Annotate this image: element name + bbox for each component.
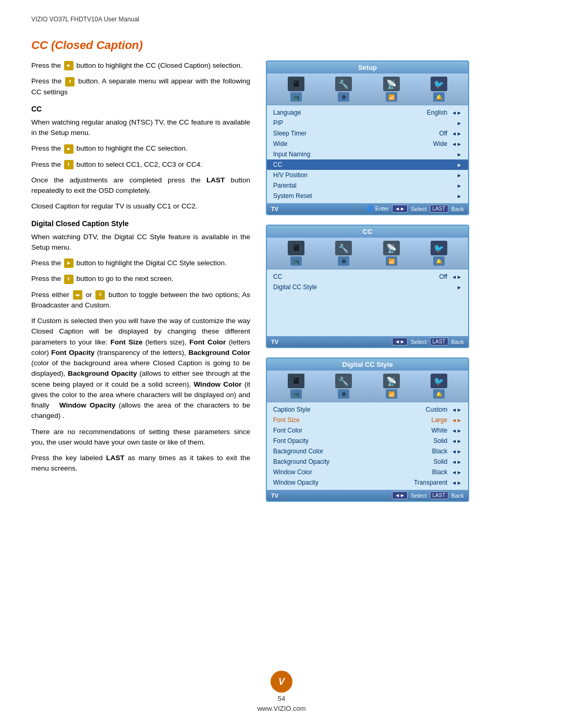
cc-item-cc: CC Off ◄► [267,272,468,282]
cc-icon-sub-3: 📶 [386,256,397,266]
setup-select-ctrl: ◄► [392,205,408,213]
cc-icon-group-3: 📡 📶 [383,241,400,266]
cc-panel-footer: TV ◄► Select LAST Back [267,336,468,347]
icon-group-1: 🖥 📺 [288,77,304,102]
icon-group-3: 📡 📶 [383,77,400,102]
setup-item-language: Language English ◄► [267,107,468,118]
digital-back-ctrl: LAST [430,491,448,499]
last-note: Press the key labeled LAST as many times… [31,453,250,474]
digital-select-ctrl: ◄► [392,491,408,499]
digital-heading: Digital Closed Caption Style [31,219,250,228]
cc-tools-icon: 🔧 [335,241,352,255]
digital-item-font-color: Font Color White ◄► [267,425,468,436]
page-number: 54 [278,695,285,702]
monitor-icon: 🖥 [288,77,304,91]
cc-icon-sub-1: 📺 [290,256,302,266]
setup-icons-row: 🖥 📺 🔧 ⚙ 📡 📶 🐦 🔔 [267,73,468,105]
digital-para-1: When watching DTV, the Digital CC Style … [31,232,250,253]
digital-para-5: If Custom is selected then you will have… [31,316,250,422]
cc-menu-items: CC Off ◄► Digital CC Style ► [267,269,468,336]
cc-panel: CC 🖥 📺 🔧 ⚙ 📡 📶 🐦 [266,225,469,348]
setup-item-wide: Wide Wide ◄► [267,139,468,149]
d-icon-group-3: 📡 📶 [383,374,400,399]
setup-item-parental: Parental ► [267,180,468,191]
cc-para-2: Press the button to highlight the CC sel… [31,143,250,154]
cc-para-5: Closed Caption for regular TV is usually… [31,201,250,212]
cc-item-digital: Digital CC Style ► [267,282,468,292]
tools-icon: 🔧 [335,77,352,91]
setup-panel-footer: TV 🌀 Enter ◄► Select LAST Back [267,203,468,214]
page-header: VIZIO VO37L FHDTV10A User Manual [31,16,532,23]
digital-para-2: Press the button to highlight the Digita… [31,258,250,268]
cc-para-3: Press the button to select CC1, CC2, CC3… [31,159,250,170]
d-icon-sub-2: ⚙ [338,389,349,399]
digital-para-3: Press the button to go to the next scree… [31,274,250,284]
intro-para-1: Press the button to highlight the CC (Cl… [31,60,250,71]
button-icon-4 [64,160,74,169]
cc-icon-group-1: 🖥 📺 [288,241,304,266]
cc-monitor-icon: 🖥 [288,241,304,255]
cc-icon-sub-4: 🔔 [433,256,445,266]
cc-heading: CC [31,105,250,113]
button-icon-5 [64,258,74,268]
setup-item-cc: CC ► [267,159,468,170]
icon-sub-1: 📺 [290,92,302,102]
button-icon-1 [64,61,74,70]
button-icon-8 [95,290,105,300]
icon-sub-3: 📶 [386,92,397,102]
d-icon-sub-4: 🔔 [433,389,445,399]
d-icon-group-4: 🐦 🔔 [431,374,447,399]
digital-para-4: Press either or button to toggle between… [31,290,250,311]
button-icon-3 [64,144,74,154]
button-icon-6 [64,275,74,284]
setup-item-sleep: Sleep Timer Off ◄► [267,128,468,139]
d-icon-group-1: 🖥 📺 [288,374,304,399]
page-footer: V 54 www.VIZIO.com [0,671,563,712]
digital-item-caption-style: Caption Style Custom ◄► [267,404,468,415]
digital-item-window-opacity: Window Opacity Transparent ◄► [267,477,468,488]
digital-cc-panel: Digital CC Style 🖥 📺 🔧 ⚙ 📡 📶 [266,357,469,502]
icon-group-2: 🔧 ⚙ [335,77,352,102]
cc-icon-sub-2: ⚙ [338,256,349,266]
cc-bird-icon: 🐦 [431,241,447,255]
digital-cc-menu-items: Caption Style Custom ◄► Font Size Large … [267,402,468,490]
cc-para-4: Once the adjustments are completed press… [31,175,250,196]
setup-item-reset: System Reset ► [267,191,468,201]
setup-panel: Setup 🖥 📺 🔧 ⚙ 📡 📶 🐦 [266,60,469,215]
setup-item-input: Input Naming ► [267,149,468,159]
digital-item-bg-opacity: Background Opacity Solid ◄► [267,456,468,467]
cc-panel-title: CC [267,226,468,238]
page-title: CC (Closed Caption) [31,39,532,52]
digital-cc-panel-title: Digital CC Style [267,359,468,371]
digital-icons-row: 🖥 📺 🔧 ⚙ 📡 📶 🐦 🔔 [267,371,468,402]
d-monitor-icon: 🖥 [288,374,304,388]
d-icon-sub-3: 📶 [386,389,397,399]
cc-icons-row: 🖥 📺 🔧 ⚙ 📡 📶 🐦 🔔 [267,238,468,269]
d-icon-group-2: 🔧 ⚙ [335,374,352,399]
button-icon-2 [65,77,75,87]
d-icon-sub-1: 📺 [290,389,302,399]
page-url: www.VIZIO.com [257,705,305,712]
button-icon-7 [73,290,82,300]
intro-para-2: Press the button. A separate menu will a… [31,76,250,97]
digital-item-font-size: Font Size Large ◄► [267,415,468,425]
vizio-logo: V [271,671,292,693]
left-column: Press the button to highlight the CC (Cl… [31,60,250,479]
cc-para-1: When watching regular analog (NTSC) TV, … [31,117,250,139]
setup-panel-title: Setup [267,61,468,73]
setup-back-ctrl: LAST [430,205,448,213]
d-tools-icon: 🔧 [335,374,352,388]
icon-sub-2: ⚙ [338,92,349,102]
icon-group-4: 🐦 🔔 [431,77,447,102]
d-bird-icon: 🐦 [431,374,447,388]
cc-select-ctrl: ◄► [392,338,408,346]
digital-para-6: There are no recommendations of setting … [31,427,250,448]
digital-item-font-opacity: Font Opacity Solid ◄► [267,436,468,446]
cc-satellite-icon: 📡 [383,241,400,255]
cc-icon-group-2: 🔧 ⚙ [335,241,352,266]
icon-sub-4: 🔔 [433,92,445,102]
cc-icon-group-4: 🐦 🔔 [431,241,447,266]
right-column: Setup 🖥 📺 🔧 ⚙ 📡 📶 🐦 [266,60,469,502]
setup-menu-items: Language English ◄► PIP ► Sleep Timer Of… [267,105,468,203]
satellite-icon: 📡 [383,77,400,91]
